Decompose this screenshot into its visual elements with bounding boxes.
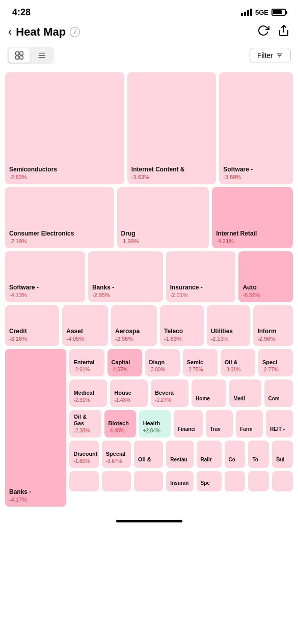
cell-medical[interactable]: Medical -2.31% bbox=[69, 379, 107, 407]
cell-internet-content[interactable]: Internet Content & -3.63% bbox=[127, 72, 216, 184]
grid-view-button[interactable] bbox=[9, 48, 30, 63]
cell-empty-1[interactable] bbox=[69, 471, 98, 491]
cell-diagn[interactable]: Diagn -3.00% bbox=[145, 349, 180, 376]
toolbar: Filter bbox=[0, 44, 298, 69]
home-bar bbox=[116, 520, 182, 522]
cell-asset[interactable]: Asset -4.05% bbox=[62, 305, 108, 346]
cell-farm[interactable]: Farm bbox=[236, 410, 263, 437]
cell-aerospa[interactable]: Aerospa -2.96% bbox=[111, 305, 157, 346]
page-title: Heat Map bbox=[16, 25, 66, 39]
cell-internet-retail[interactable]: Internet Retail -4.21% bbox=[212, 187, 293, 248]
cell-oil-gas[interactable]: Oil & Gas -2.38% bbox=[69, 410, 101, 437]
cell-speci[interactable]: Speci -2.77% bbox=[258, 349, 293, 376]
cell-co[interactable]: Co bbox=[225, 441, 246, 468]
subrow-1: Entertai -2.61% Capital -4.67% Diagn -3.… bbox=[69, 349, 293, 376]
info-icon[interactable]: i bbox=[70, 27, 80, 37]
cell-banks-1[interactable]: Banks - -2.95% bbox=[88, 251, 163, 302]
cell-empty-2[interactable] bbox=[102, 471, 131, 491]
heatmap-container: Semiconductors -2.83% Internet Content &… bbox=[0, 69, 298, 510]
svg-rect-4 bbox=[20, 56, 23, 59]
cell-software-2[interactable]: Software - -4.13% bbox=[5, 251, 85, 302]
cell-oil-2[interactable]: Oil & bbox=[134, 441, 163, 468]
cell-discount[interactable]: Discount -1.80% bbox=[69, 441, 98, 468]
nav-bar: ‹ Heat Map i bbox=[0, 22, 298, 44]
cell-empty-5[interactable] bbox=[248, 471, 269, 491]
back-button[interactable]: ‹ bbox=[8, 26, 12, 38]
cell-drug[interactable]: Drug -1.99% bbox=[117, 187, 209, 248]
cell-financi[interactable]: Financi bbox=[174, 410, 203, 437]
nav-right bbox=[257, 24, 290, 40]
network-label: 5GE bbox=[255, 9, 268, 16]
cell-bevera[interactable]: Bevera -1.27% bbox=[151, 379, 188, 407]
cell-auto[interactable]: Auto -6.56% bbox=[238, 251, 293, 302]
subrow-3: Oil & Gas -2.38% Biotech -4.48% Health +… bbox=[69, 410, 293, 437]
cell-banks-2[interactable]: Banks - -4.17% bbox=[5, 349, 66, 507]
cell-inform[interactable]: Inform -2.96% bbox=[253, 305, 293, 346]
heatmap-row-2: Consumer Electronics -2.19% Drug -1.99% … bbox=[5, 187, 293, 248]
svg-rect-1 bbox=[16, 52, 19, 55]
view-toggle bbox=[7, 47, 54, 64]
subrow-5: Insuran Spe bbox=[69, 471, 293, 491]
cell-restau[interactable]: Restau bbox=[166, 441, 193, 468]
cell-entertai[interactable]: Entertai -2.61% bbox=[69, 349, 104, 376]
cell-credit[interactable]: Credit -3.16% bbox=[5, 305, 59, 346]
cell-capital[interactable]: Capital -4.67% bbox=[107, 349, 142, 376]
cell-consumer-electronics[interactable]: Consumer Electronics -2.19% bbox=[5, 187, 114, 248]
cell-to[interactable]: To bbox=[248, 441, 269, 468]
cell-biotech[interactable]: Biotech -4.48% bbox=[104, 410, 136, 437]
refresh-icon[interactable] bbox=[257, 24, 269, 40]
cell-health[interactable]: Health +2.84% bbox=[139, 410, 171, 437]
heatmap-subgrid: Entertai -2.61% Capital -4.67% Diagn -3.… bbox=[69, 349, 293, 507]
cell-empty-4[interactable] bbox=[225, 471, 246, 491]
cell-house[interactable]: House -1.43% bbox=[110, 379, 148, 407]
signal-icon bbox=[241, 9, 252, 16]
heatmap-row-5: Banks - -4.17% Entertai -2.61% Capital -… bbox=[5, 349, 293, 507]
cell-com[interactable]: Com bbox=[264, 379, 293, 407]
home-indicator bbox=[0, 515, 298, 526]
cell-insuran[interactable]: Insuran bbox=[166, 471, 193, 491]
cell-oil-1[interactable]: Oil & -3.01% bbox=[221, 349, 255, 376]
filter-button[interactable]: Filter bbox=[250, 48, 291, 63]
cell-empty-6[interactable] bbox=[272, 471, 293, 491]
status-time: 4:28 bbox=[12, 7, 31, 18]
cell-trav[interactable]: Trav bbox=[206, 410, 233, 437]
heatmap-row-3: Software - -4.13% Banks - -2.95% Insuran… bbox=[5, 251, 293, 302]
heatmap-row-1: Semiconductors -2.83% Internet Content &… bbox=[5, 72, 293, 184]
cell-reit[interactable]: REIT - bbox=[266, 410, 293, 437]
cell-medi[interactable]: Medi bbox=[229, 379, 261, 407]
subrow-4: Discount -1.80% Special -3.67% Oil & Res… bbox=[69, 441, 293, 468]
cell-special[interactable]: Special -3.67% bbox=[102, 441, 131, 468]
cell-insurance[interactable]: Insurance - -2.01% bbox=[166, 251, 236, 302]
cell-semic[interactable]: Semic -2.75% bbox=[183, 349, 218, 376]
list-view-button[interactable] bbox=[31, 48, 52, 63]
subrow-2: Medical -2.31% House -1.43% Bevera -1.27… bbox=[69, 379, 293, 407]
status-bar: 4:28 5GE bbox=[0, 0, 298, 22]
cell-spe[interactable]: Spe bbox=[197, 471, 222, 491]
cell-railr[interactable]: Railr bbox=[197, 441, 222, 468]
cell-utilities[interactable]: Utilities -2.13% bbox=[207, 305, 251, 346]
heatmap-row-4: Credit -3.16% Asset -4.05% Aerospa -2.96… bbox=[5, 305, 293, 346]
cell-semiconductors[interactable]: Semiconductors -2.83% bbox=[5, 72, 124, 184]
cell-bui[interactable]: Bui bbox=[272, 441, 293, 468]
nav-left: ‹ Heat Map i bbox=[8, 25, 80, 39]
svg-rect-3 bbox=[16, 56, 19, 59]
cell-software-1[interactable]: Software - -3.88% bbox=[219, 72, 293, 184]
cell-home[interactable]: Home bbox=[192, 379, 226, 407]
cell-empty-3[interactable] bbox=[134, 471, 163, 491]
battery-icon bbox=[272, 9, 286, 16]
svg-rect-2 bbox=[20, 52, 23, 55]
status-icons: 5GE bbox=[241, 9, 286, 16]
cell-teleco[interactable]: Teleco -1.63% bbox=[160, 305, 204, 346]
share-icon[interactable] bbox=[278, 24, 290, 40]
